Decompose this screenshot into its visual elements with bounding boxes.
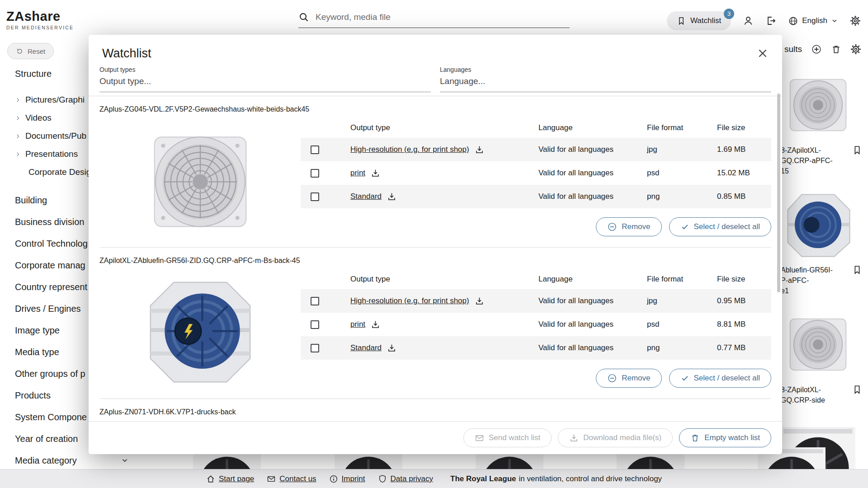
close-icon[interactable] — [756, 47, 769, 60]
globe-icon — [788, 16, 798, 26]
file-size-cell: 1.69 MB — [717, 145, 771, 154]
language-filter-value: Language... — [440, 76, 771, 86]
row-checkbox[interactable] — [311, 192, 319, 201]
sidebar-item-label: Presentations — [25, 149, 78, 159]
footer-tagline: The Royal League in ventilation, control… — [450, 474, 662, 483]
bookmark-icon[interactable] — [852, 385, 862, 394]
search-input[interactable] — [316, 12, 570, 22]
select-deselect-all-button[interactable]: Select / deselect all — [669, 369, 771, 388]
download-icon[interactable] — [475, 145, 484, 155]
download-icon[interactable] — [371, 169, 380, 178]
media-file-name: ZAplus-ZG045-VDL.2F.V5P2-Gewaechshaus-wh… — [99, 105, 771, 113]
media-card[interactable]: 8-ZApilotXL- GQ.CRP-aPFC- 15 — [781, 68, 862, 176]
sidebar-item-label: Videos — [25, 113, 52, 123]
language-selector[interactable]: English — [788, 16, 838, 26]
language-cell: Valid for all languages — [538, 320, 647, 329]
media-card-title: 8-ZApilotXL- GQ.CRP-aPFC- 15 — [781, 145, 833, 176]
select-deselect-all-button[interactable]: Select / deselect all — [669, 217, 771, 236]
output-type-link[interactable]: High-resolution (e.g. for print shop) — [350, 145, 469, 154]
watchlist-item: ZAplus-ZG045-VDL.2F.V5P2-Gewaechshaus-wh… — [99, 96, 771, 247]
language-filter[interactable]: Languages Language... — [440, 66, 771, 92]
output-type-link[interactable]: print — [350, 320, 365, 329]
start-page-link[interactable]: Start page — [206, 474, 254, 483]
file-format-cell: jpg — [647, 145, 717, 154]
reset-label: Reset — [28, 47, 45, 55]
output-type-link[interactable]: print — [350, 169, 365, 178]
download-icon[interactable] — [387, 343, 396, 353]
download-media-files-button[interactable]: Download media file(s) — [558, 428, 673, 447]
watchlist-button[interactable]: Watchlist 3 — [667, 11, 731, 30]
output-type-link[interactable]: Standard — [350, 343, 382, 352]
send-watchlist-button[interactable]: Send watch list — [463, 428, 552, 447]
watchlist-item: ZAplus-ZN071-VDH.6K.V7P1-drucks-back — [99, 399, 771, 416]
col-language: Language — [538, 275, 647, 284]
select-deselect-all-label: Select / deselect all — [694, 222, 760, 231]
bookmark-icon[interactable] — [852, 265, 862, 275]
variant-row: print Valid for all languages psd 8.81 M… — [301, 313, 771, 336]
row-checkbox[interactable] — [311, 344, 319, 352]
media-file-name: ZApilotXL-ZAbluefin-GR56I-ZID.GQ.CRP-aPF… — [99, 257, 771, 265]
media-thumbnail-fan — [781, 188, 855, 262]
sidebar-item-label: Documents/Pub — [25, 131, 86, 141]
file-format-cell: psd — [647, 320, 717, 329]
sidebar-item-label: Control Technolog — [15, 239, 88, 249]
variant-row: High-resolution (e.g. for print shop) Va… — [301, 289, 771, 313]
sidebar-item-label: Country represent — [15, 282, 87, 292]
contact-us-link[interactable]: Contact us — [267, 474, 316, 483]
download-media-files-label: Download media file(s) — [583, 433, 661, 442]
chevron-down-icon — [121, 456, 129, 465]
file-size-cell: 15.02 MB — [717, 169, 771, 178]
reset-icon — [16, 47, 24, 55]
sidebar-item-label: Products — [15, 390, 51, 401]
output-type-filter[interactable]: Output types Output type... — [99, 66, 431, 92]
product-image-axial-fan — [99, 118, 301, 242]
row-checkbox[interactable] — [311, 320, 319, 329]
send-watchlist-label: Send watch list — [489, 433, 540, 442]
language-filter-label: Languages — [440, 66, 771, 73]
watchlist-badge: 3 — [724, 9, 734, 19]
imprint-link[interactable]: Imprint — [329, 474, 365, 483]
sidebar-item-label: Media category — [15, 455, 77, 466]
media-card[interactable]: 8-ZApilotXL- GQ.CRP-side — [781, 307, 862, 405]
modal-scrollbar[interactable] — [777, 94, 780, 292]
modal-footer: Send watch list Download media file(s) E… — [89, 421, 782, 454]
variant-row: High-resolution (e.g. for print shop) Va… — [301, 138, 771, 161]
data-privacy-link[interactable]: Data privacy — [378, 474, 433, 483]
download-icon[interactable] — [387, 192, 396, 202]
sidebar-item-label: Building — [15, 195, 47, 206]
variant-table-header: Output type Language File format File si… — [301, 269, 771, 289]
download-icon[interactable] — [475, 296, 484, 306]
add-all-to-watchlist-icon[interactable] — [811, 44, 822, 55]
col-file-size: File size — [717, 123, 771, 132]
media-thumbnail-fan — [781, 307, 855, 382]
output-type-link[interactable]: High-resolution (e.g. for print shop) — [350, 296, 469, 305]
remove-button[interactable]: Remove — [596, 369, 661, 388]
output-type-filter-label: Output types — [99, 66, 431, 73]
chevron-right-icon — [15, 97, 21, 103]
col-file-size: File size — [717, 275, 771, 284]
brand-name: ZAshare — [6, 9, 74, 24]
remove-button[interactable]: Remove — [596, 217, 661, 236]
media-card[interactable]: Abluefin-GR56I- P-aPFC- e1 — [781, 188, 862, 296]
brand-logo[interactable]: ZAshare DER MEDIENSERVICE — [6, 9, 74, 30]
grid-settings-icon[interactable] — [850, 44, 861, 55]
info-icon — [329, 474, 338, 483]
output-type-link[interactable]: Standard — [350, 192, 382, 201]
reset-filters-button[interactable]: Reset — [7, 43, 54, 59]
download-icon[interactable] — [371, 320, 380, 329]
language-cell: Valid for all languages — [538, 169, 647, 178]
shield-icon — [378, 474, 387, 483]
trash-icon — [690, 433, 700, 443]
file-format-cell: jpg — [647, 296, 717, 305]
trash-icon[interactable] — [831, 44, 841, 55]
media-card-title: Abluefin-GR56I- P-aPFC- e1 — [781, 265, 833, 296]
empty-watchlist-button[interactable]: Empty watch list — [679, 428, 771, 447]
bookmark-icon[interactable] — [852, 145, 862, 155]
row-checkbox[interactable] — [311, 169, 319, 178]
logout-icon[interactable] — [765, 15, 776, 26]
imprint-label: Imprint — [342, 474, 365, 483]
settings-icon[interactable] — [850, 15, 861, 26]
row-checkbox[interactable] — [311, 145, 319, 154]
user-icon[interactable] — [743, 15, 754, 26]
row-checkbox[interactable] — [311, 297, 319, 305]
